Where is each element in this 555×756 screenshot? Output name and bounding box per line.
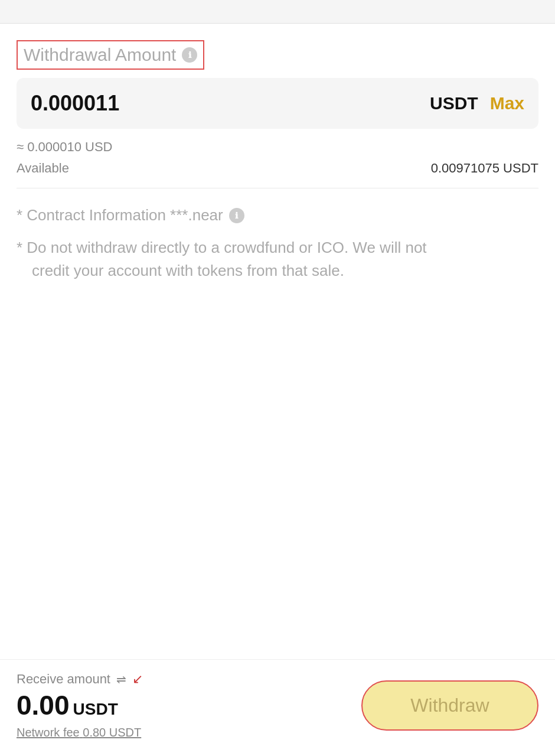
receive-section: Receive amount ⇌ ↙ 0.00 USDT Network fee… [17, 672, 143, 739]
receive-label: Receive amount [17, 672, 110, 687]
available-label: Available [17, 161, 69, 176]
amount-value: 0.000011 [31, 91, 119, 116]
warning-line1: * Do not withdraw directly to a crowdfun… [17, 239, 427, 256]
warning-text: * Do not withdraw directly to a crowdfun… [17, 236, 538, 282]
available-row: Available 0.00971075 USDT [17, 161, 538, 188]
currency-label: USDT [430, 93, 478, 113]
top-bar [0, 0, 555, 24]
amount-right: USDT Max [430, 93, 524, 113]
main-content: Withdrawal Amount ℹ 0.000011 USDT Max ≈ … [0, 40, 555, 282]
transfer-icon: ⇌ [116, 672, 126, 686]
receive-label-row: Receive amount ⇌ ↙ [17, 672, 143, 687]
warning-line2: credit your account with tokens from tha… [17, 259, 538, 282]
network-fee-value: 0.80 USDT [83, 726, 141, 739]
receive-amount-row: 0.00 USDT [17, 689, 143, 721]
network-fee-row: Network fee 0.80 USDT [17, 726, 143, 739]
max-button[interactable]: Max [490, 93, 524, 113]
available-amount: 0.00971075 USDT [431, 161, 538, 176]
receive-currency: USDT [73, 700, 118, 719]
withdrawal-amount-highlight: Withdrawal Amount ℹ [17, 40, 204, 70]
withdrawal-amount-label-row: Withdrawal Amount ℹ [17, 40, 538, 70]
arrow-icon: ↙ [132, 672, 143, 687]
contract-text: * Contract Information ***.near [17, 206, 223, 224]
network-fee-label: Network fee [17, 726, 80, 739]
usd-approx: ≈ 0.000010 USD [17, 139, 538, 155]
contract-info-icon[interactable]: ℹ [229, 208, 244, 223]
withdrawal-amount-info-icon[interactable]: ℹ [182, 47, 197, 63]
contract-info-row: * Contract Information ***.near ℹ [17, 206, 538, 224]
amount-box: 0.000011 USDT Max [17, 78, 538, 129]
withdrawal-amount-label: Withdrawal Amount [24, 45, 176, 65]
bottom-bar: Receive amount ⇌ ↙ 0.00 USDT Network fee… [0, 659, 555, 756]
receive-amount-big: 0.00 [17, 689, 70, 721]
withdraw-button[interactable]: Withdraw [361, 680, 538, 731]
